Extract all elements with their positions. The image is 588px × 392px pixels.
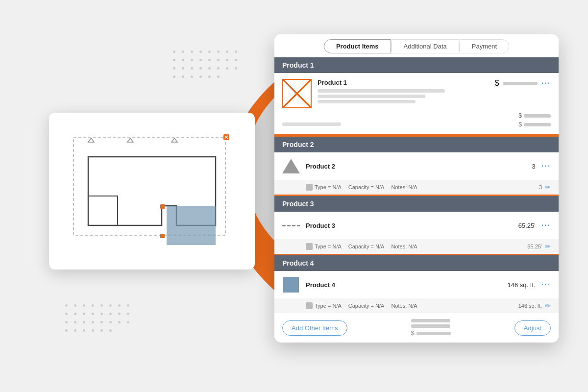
tab-payment[interactable]: Payment (460, 39, 509, 53)
product1-bottom: $ $ (282, 112, 551, 128)
product2-menu-dots[interactable]: ··· (541, 162, 551, 171)
dash4 (297, 225, 300, 226)
product1-line2 (318, 95, 425, 98)
product2-name: Product 2 (306, 163, 526, 170)
product1-name: Product 1 (318, 79, 489, 86)
tab-bar: Product Items Additional Data Payment (274, 34, 559, 57)
product1-header: Product 1 (274, 57, 559, 73)
tab-additional-data[interactable]: Additional Data (392, 39, 459, 53)
product3-measurement: 65.25' (518, 222, 536, 229)
product1-bottom-lines (282, 122, 341, 128)
product1-bottom-prices: $ $ (518, 112, 551, 128)
product1-price2: $ (518, 112, 551, 119)
footer-dollar: $ (411, 330, 415, 337)
product3-type-label: Type = N/A (315, 244, 342, 249)
footer-bar1 (411, 319, 450, 322)
product3-edit-icon[interactable]: ✏ (545, 243, 551, 250)
product1-price-bar (503, 82, 538, 85)
product-footer: Add Other Items $ Adjust (274, 313, 559, 343)
product1-line3 (318, 100, 416, 103)
product4-menu-dots[interactable]: ··· (541, 280, 551, 289)
product3-notes: Notes: N/A (391, 243, 417, 250)
square-icon (283, 277, 299, 293)
product3-menu-dots[interactable]: ··· (541, 221, 551, 230)
product1-line1 (318, 89, 445, 93)
product3-detail-value: 65.25' (527, 244, 542, 249)
product4-notes-label: Notes: N/A (391, 303, 417, 309)
product4-name: Product 4 (306, 281, 502, 289)
floor-plan-panel (49, 113, 255, 270)
product1-image (282, 79, 312, 108)
product4-capacity-label: Capacity = N/A (348, 303, 385, 309)
product2-measurement: 3 (532, 163, 535, 170)
product4-detail-props: Type = N/A Capacity = N/A Notes: N/A (306, 302, 417, 309)
price-bar2 (524, 114, 551, 118)
dollar2: $ (518, 112, 522, 119)
product1-info: Product 1 (318, 79, 489, 105)
product3-capacity-label: Capacity = N/A (348, 244, 385, 249)
product2-section: Product 2 Product 2 3 ··· Type = N/A Cap… (274, 137, 559, 196)
dash3 (292, 225, 295, 226)
dollar3: $ (518, 121, 522, 128)
dot-pattern-top (172, 49, 239, 79)
prop-icon-type3 (306, 243, 313, 250)
product4-detail-value: 146 sq. ft. (518, 303, 542, 309)
product4-type: Type = N/A (306, 302, 342, 309)
product2-header: Product 2 (274, 137, 559, 152)
tab-product-items[interactable]: Product Items (324, 39, 391, 53)
dot-pattern-bottom (64, 303, 131, 333)
adjust-button[interactable]: Adjust (514, 320, 551, 336)
svg-marker-5 (127, 138, 133, 142)
product2-detail-props: Type = N/A Capacity = N/A Notes: N/A (306, 184, 417, 191)
prop-icon-type4 (306, 302, 313, 309)
product4-edit-icon[interactable]: ✏ (545, 302, 551, 310)
product2-type: Type = N/A (306, 184, 342, 191)
product4-icon (282, 276, 300, 294)
svg-rect-7 (167, 206, 216, 245)
add-other-items-button[interactable]: Add Other Items (282, 320, 347, 336)
product3-name: Product 3 (306, 222, 513, 229)
product2-notes-label: Notes: N/A (391, 184, 417, 190)
product3-detail-measurement: 65.25' ✏ (527, 243, 551, 250)
product3-section: Product 3 Product 3 65.25' ··· Type = N/… (274, 196, 559, 255)
product-panel: Product Items Additional Data Payment Pr… (274, 34, 559, 343)
prop-icon-type (306, 184, 313, 191)
product2-main-row: Product 2 3 ··· (274, 152, 559, 180)
product1-menu-dots[interactable]: ··· (541, 79, 551, 88)
product4-notes: Notes: N/A (391, 302, 417, 309)
product1-dollar: $ (495, 79, 499, 88)
product4-measurement: 146 sq. ft. (508, 281, 536, 289)
product4-section: Product 4 Product 4 146 sq. ft. ··· Type… (274, 255, 559, 313)
triangle-icon (282, 159, 300, 173)
dash-line-icon (282, 225, 300, 226)
product3-icon (282, 217, 300, 234)
product2-capacity: Capacity = N/A (348, 184, 385, 191)
product4-main-row: Product 4 146 sq. ft. ··· (274, 271, 559, 298)
product3-notes-label: Notes: N/A (391, 244, 417, 249)
product3-header: Product 3 (274, 196, 559, 212)
product4-type-label: Type = N/A (315, 303, 342, 309)
product2-detail-value: 3 (539, 184, 542, 190)
floor-plan-canvas (64, 127, 240, 255)
footer-price: $ (411, 330, 451, 337)
product3-type: Type = N/A (306, 243, 342, 250)
svg-marker-4 (88, 138, 94, 142)
product1-section: Product 1 Product 1 $ ··· (274, 57, 559, 137)
product3-detail-props: Type = N/A Capacity = N/A Notes: N/A (306, 243, 417, 250)
product2-detail-row: Type = N/A Capacity = N/A Notes: N/A 3 ✏ (274, 180, 559, 195)
dash2 (287, 225, 291, 226)
product1-bottom-line1 (282, 122, 341, 126)
dash1 (282, 225, 286, 226)
svg-marker-6 (172, 138, 177, 142)
product2-detail-measurement: 3 ✏ (539, 183, 551, 191)
product1-price-row: $ ··· (495, 79, 551, 88)
product2-icon (282, 157, 300, 175)
product2-notes: Notes: N/A (391, 184, 417, 191)
product4-header: Product 4 (274, 255, 559, 271)
product2-edit-icon[interactable]: ✏ (545, 183, 551, 191)
product4-detail-row: Type = N/A Capacity = N/A Notes: N/A 146… (274, 298, 559, 313)
product3-capacity: Capacity = N/A (348, 243, 385, 250)
price-bar3 (524, 123, 551, 126)
footer-bar2 (411, 324, 450, 328)
footer-price-bar (416, 332, 451, 335)
